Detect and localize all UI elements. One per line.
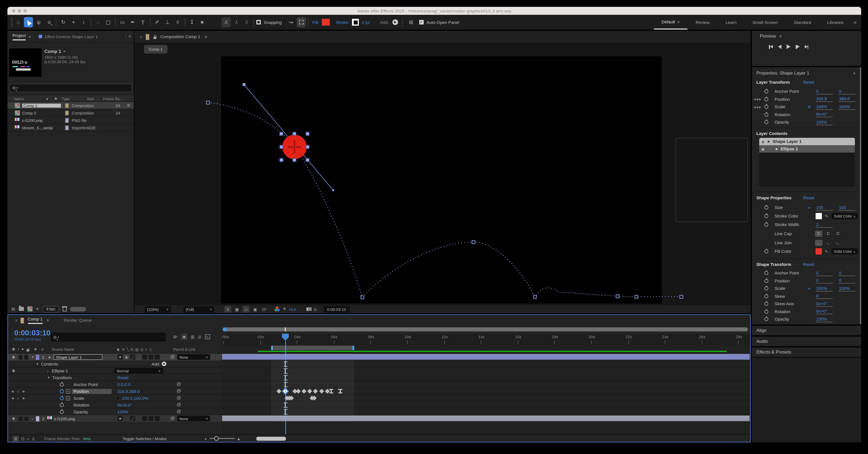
exposure-value[interactable]: +0.0	[288, 307, 296, 311]
line-join-miter-button[interactable]: ∟	[815, 239, 823, 246]
value-x[interactable]: 0	[815, 278, 833, 284]
rectangle-tool[interactable]: ▭	[118, 17, 127, 27]
prev-keyframe-icon[interactable]: ◀	[11, 396, 14, 400]
eraser-tool[interactable]: ◊	[173, 17, 182, 27]
workspace-tab-learn[interactable]: Learn	[718, 15, 745, 30]
stopwatch-icon[interactable]	[764, 302, 768, 306]
tab-effect-controls[interactable]: Effect Controls Shape Layer 1	[44, 35, 98, 38]
eyedropper-icon[interactable]: ✐	[824, 250, 828, 253]
rotation-tool[interactable]: ↻	[59, 17, 68, 27]
workspace-tab-libraries[interactable]: Libraries	[819, 15, 851, 30]
shy-toggle[interactable]: ☻	[117, 416, 123, 421]
channel-icon[interactable]	[275, 306, 280, 312]
timeline-panel-menu-icon[interactable]: ≡	[46, 318, 49, 322]
shy-toggle[interactable]: ☻	[117, 354, 123, 360]
stopwatch-icon[interactable]	[60, 403, 64, 407]
project-selected-name[interactable]: Comp 1	[44, 49, 61, 54]
snap-marquee-icon[interactable]	[297, 17, 306, 27]
project-item-1[interactable]: Comp 1Composition24⊞	[7, 102, 134, 109]
property-value[interactable]: 316.9,389.6	[117, 389, 140, 394]
tab-timeline-comp1[interactable]: Comp 1	[28, 317, 43, 324]
close-window-icon[interactable]	[12, 9, 16, 12]
value-x[interactable]: 100%	[815, 286, 833, 291]
quality-toggle[interactable]: ╱	[130, 354, 135, 360]
item-label-swatch[interactable]	[65, 125, 69, 130]
stopwatch-icon[interactable]	[764, 223, 768, 227]
new-folder-icon[interactable]	[19, 307, 24, 311]
stroke-label[interactable]: Stroke:	[336, 20, 349, 25]
roi-icon[interactable]: ▱	[243, 306, 249, 313]
timeline-property-anchor-point[interactable]: Anchor Point0.0,0.0@	[8, 381, 222, 388]
tab-project[interactable]: Project	[12, 33, 26, 40]
default-vertex-tool[interactable]: ʎ	[222, 17, 231, 27]
selection-tool[interactable]	[24, 17, 33, 27]
value-x[interactable]: 0	[815, 270, 833, 276]
layer2-duration-bar[interactable]	[222, 416, 749, 421]
property-label[interactable]: Anchor Point	[72, 382, 100, 387]
stroke-width-value[interactable]: 2	[815, 222, 833, 228]
zoom-dropdown[interactable]: (119%)∨	[145, 306, 171, 313]
eye-icon[interactable]: ◉	[12, 369, 15, 372]
size-x-value[interactable]: 100	[815, 205, 833, 210]
transform-row[interactable]: ▾ Transform Reset	[8, 374, 222, 381]
stopwatch-icon[interactable]	[764, 97, 768, 101]
value-y[interactable]: 389.6	[838, 96, 856, 102]
type-tool[interactable]: T	[138, 17, 148, 27]
composition-mini-flowchart-icon[interactable]: ⊞▾	[173, 335, 178, 339]
timeline-search-input[interactable]: ▾	[51, 332, 166, 342]
mask-visibility-icon[interactable]: ▣	[252, 307, 258, 311]
navigator-start-handle[interactable]	[223, 327, 227, 331]
stopwatch-icon[interactable]	[764, 90, 768, 94]
value-y[interactable]: 100%	[838, 286, 856, 291]
value-x[interactable]: 0x+0°	[815, 301, 833, 307]
project-item-3[interactable]: s-l1200.pngPNG file	[7, 117, 134, 124]
value-y[interactable]: 0	[838, 278, 856, 284]
fill-color-swatch[interactable]	[815, 248, 822, 255]
graph-toggle-icon[interactable]: ∿	[66, 389, 70, 393]
value-x[interactable]: 0	[815, 89, 833, 94]
blend-mode-dropdown[interactable]: Normal∨	[115, 368, 163, 374]
project-scrollbar[interactable]	[70, 307, 86, 311]
fast-preview-icon[interactable]: ↯	[224, 306, 231, 313]
value-x[interactable]: 0x+0°	[815, 309, 833, 315]
shape-properties-reset[interactable]: Reset	[803, 195, 814, 200]
timeline-navigator[interactable]	[223, 327, 748, 331]
value-y[interactable]: 0	[838, 270, 856, 276]
property-value[interactable]: 100.0,100.0%	[122, 395, 148, 401]
auto-open-checkbox[interactable]: ✓	[419, 20, 424, 25]
graph-editor-icon[interactable]: ∿	[205, 334, 210, 339]
stopwatch-icon[interactable]	[60, 396, 64, 400]
eye-icon[interactable]: ◉	[12, 355, 15, 359]
stopwatch-icon[interactable]	[764, 310, 768, 314]
layer-label-swatch[interactable]	[36, 416, 39, 421]
panel-audio[interactable]: Audio	[752, 336, 861, 346]
stopwatch-icon[interactable]	[764, 317, 768, 321]
item-name[interactable]: Venom_S....webp	[22, 126, 60, 130]
transparency-grid-icon[interactable]: ▦	[234, 307, 240, 311]
pan-behind-tool[interactable]: ⌖	[69, 17, 78, 27]
comp-mini-flowchart-icon[interactable]: ⊞	[12, 435, 19, 442]
expand-icon[interactable]: ▾	[32, 355, 33, 359]
workspace-tab-review[interactable]: Review	[688, 15, 718, 30]
preview-panel-menu-icon[interactable]: ≡	[779, 34, 782, 38]
stopwatch-icon[interactable]	[764, 287, 768, 291]
stopwatch-icon[interactable]	[764, 120, 768, 124]
stroke-color-swatch[interactable]	[815, 213, 822, 219]
crop-roi-icon[interactable]: ⊡▾	[261, 307, 268, 311]
layer1-duration-bar[interactable]	[222, 354, 749, 360]
workspace-menu-icon[interactable]: ≡	[677, 20, 680, 24]
first-frame-button[interactable]	[769, 45, 773, 49]
pickwhip-icon[interactable]: @	[177, 402, 181, 407]
panel-layout-icon[interactable]: ⊞	[406, 17, 415, 27]
layer-name-field[interactable]: Shape Layer 1	[54, 354, 102, 360]
timeline-property-opacity[interactable]: Opacity100%@	[8, 408, 222, 415]
line-cap-butt-button[interactable]: ⊏	[815, 230, 823, 237]
zoom-window-icon[interactable]	[23, 9, 27, 12]
prev-keyframe-icon[interactable]: ◀	[11, 389, 14, 393]
properties-panel-menu-icon[interactable]: ≡	[853, 71, 856, 75]
parent-pickwhip-icon[interactable]: @	[170, 355, 175, 359]
comp-timecode[interactable]: 0:00:03:10	[324, 306, 349, 313]
stopwatch-icon[interactable]	[764, 112, 768, 117]
minimize-window-icon[interactable]	[18, 9, 21, 12]
parent-dropdown[interactable]: None∨	[177, 416, 210, 421]
